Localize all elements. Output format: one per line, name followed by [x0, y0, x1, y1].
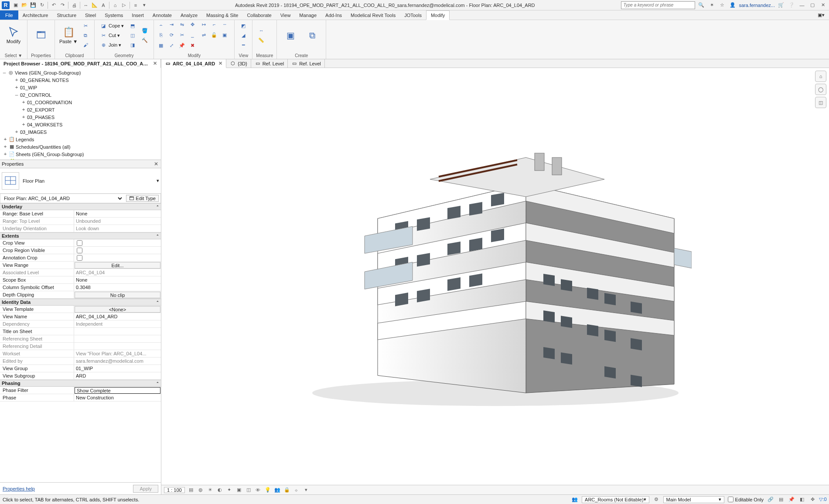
tab-jotools[interactable]: JOTools — [400, 10, 426, 20]
tree-root[interactable]: – ◎ Views (GEN_Group-Subgroup) — [2, 69, 159, 76]
select-face-icon[interactable]: ◧ — [798, 496, 805, 503]
project-browser-tree[interactable]: – ◎ Views (GEN_Group-Subgroup) +00_GENER… — [0, 68, 161, 160]
mirror-pick-icon[interactable]: ⇌ — [200, 31, 207, 38]
render-icon[interactable]: ✦ — [226, 487, 233, 494]
nav-cube-icon[interactable]: ◫ — [815, 97, 826, 108]
drag-elements-icon[interactable]: ✥ — [809, 496, 816, 503]
constraints-icon[interactable]: 🔒 — [283, 487, 290, 494]
prop-row[interactable]: Title on Sheet — [0, 328, 161, 335]
modify-tool-button[interactable]: Modify — [3, 21, 24, 50]
analytical-icon[interactable]: ⟐ — [293, 487, 300, 494]
nav-home-icon[interactable]: ⌂ — [815, 71, 826, 82]
prop-value[interactable] — [74, 328, 161, 335]
qat-home-icon[interactable]: ▣ — [12, 1, 20, 9]
split-icon[interactable]: ⎯ — [189, 31, 196, 38]
shadows-icon[interactable]: ◐ — [216, 487, 223, 494]
qat-3d-icon[interactable]: ⌂ — [111, 1, 119, 9]
rotate-icon[interactable]: ⟳ — [168, 31, 175, 38]
create-group-button[interactable]: ▣ — [280, 21, 300, 50]
instance-selector[interactable]: Floor Plan: ARC_04_L04_ARD — [2, 195, 123, 201]
close-icon[interactable]: ✕ — [819, 1, 827, 9]
dropdown-icon[interactable]: ▾ — [157, 178, 159, 184]
prop-row[interactable]: View Group01_WIP — [0, 365, 161, 372]
prop-value[interactable]: Independent — [74, 320, 161, 327]
tab-architecture[interactable]: Architecture — [18, 10, 53, 20]
expand-icon[interactable]: + — [21, 114, 26, 120]
group-icon[interactable]: ▣ — [221, 31, 228, 38]
prop-row[interactable]: Crop View — [0, 239, 161, 247]
prop-value[interactable]: Edit... — [75, 262, 160, 269]
properties-button[interactable]: 🗔 — [31, 21, 51, 50]
extend-icon[interactable]: ↦ — [200, 21, 207, 28]
prop-row[interactable]: Referencing Detail — [0, 343, 161, 350]
move-icon[interactable]: ✥ — [189, 21, 196, 28]
prop-group-header[interactable]: Phasing⌃ — [0, 380, 161, 387]
search-input[interactable] — [621, 1, 695, 9]
prop-value[interactable]: 0.3048 — [74, 284, 161, 291]
user-label[interactable]: sara.fernandez... — [739, 3, 775, 8]
qat-redo-icon[interactable]: ↷ — [58, 1, 66, 9]
help-icon[interactable]: ❔ — [788, 1, 795, 9]
tab-insert[interactable]: Insert — [127, 10, 148, 20]
create-similar-button[interactable]: ⧉ — [302, 21, 322, 50]
prop-group-header[interactable]: Extents⌃ — [0, 232, 161, 239]
qat-measure-icon[interactable]: ↔ — [82, 1, 90, 9]
aligned-dim-icon[interactable]: 📏 — [258, 37, 265, 44]
editable-only-toggle[interactable]: Editable Only — [728, 497, 764, 502]
prop-value[interactable] — [74, 254, 161, 261]
prop-row[interactable]: View Template<None> — [0, 306, 161, 313]
split-face-button[interactable]: ◨ — [127, 41, 138, 49]
prop-row[interactable]: Range: Base LevelNone — [0, 210, 161, 218]
tab-modelical-revit-tools[interactable]: Modelical Revit Tools — [346, 10, 400, 20]
hide-icon[interactable]: ◩ — [240, 22, 247, 29]
detail-level-icon[interactable]: ▤ — [188, 487, 194, 494]
tree-item[interactable]: +02_EXPORT — [2, 106, 159, 113]
splitgap-icon[interactable]: ┄ — [221, 21, 228, 28]
qat-undo-icon[interactable]: ↶ — [50, 1, 58, 9]
linework-icon[interactable]: ━ — [240, 41, 247, 48]
cut-geom-button[interactable]: ✂Cut ▾ — [98, 31, 126, 40]
tree-item[interactable]: +00_GENERAL NOTES — [2, 76, 159, 84]
tree-item[interactable]: +📄Sheets (GEN_Group-Subgroup) — [2, 150, 159, 158]
maximize-icon[interactable]: ▢ — [809, 1, 816, 9]
unpin-icon[interactable]: 🔓 — [211, 31, 218, 38]
fav-icon[interactable]: ☆ — [718, 1, 726, 9]
prop-group-header[interactable]: Underlay⌃ — [0, 203, 161, 210]
close-icon[interactable]: ✕ — [153, 161, 159, 167]
properties-table[interactable]: Underlay⌃Range: Base LevelNoneRange: Top… — [0, 203, 161, 482]
qat-align-icon[interactable]: 📐 — [91, 1, 99, 9]
tab-add-ins[interactable]: Add-Ins — [321, 10, 346, 20]
wall-join-button[interactable]: ⬒ — [127, 21, 138, 30]
reveal-hidden-icon[interactable]: 💡 — [264, 487, 271, 494]
prop-row[interactable]: WorksetView "Floor Plan: ARC_04_L04... — [0, 350, 161, 358]
prop-value[interactable]: Unbounded — [74, 218, 161, 225]
search-icon[interactable]: 🔍 — [697, 1, 705, 9]
prop-row[interactable]: Referencing Sheet — [0, 335, 161, 343]
tab-modify[interactable]: Modify — [426, 10, 450, 20]
expand-icon[interactable]: – — [14, 92, 19, 98]
tree-item[interactable]: –02_CONTROL — [2, 91, 159, 99]
prop-value[interactable]: Show Complete — [75, 387, 160, 394]
project-browser-tab[interactable]: Project Browser - 18194_OPE_MOD_PART_A21… — [0, 59, 161, 68]
crop-visible-icon[interactable]: ◫ — [245, 487, 252, 494]
cope-button[interactable]: ◪Cope ▾ — [98, 21, 126, 30]
close-icon[interactable]: ✕ — [153, 61, 157, 66]
expand-icon[interactable]: + — [14, 129, 19, 135]
checkbox[interactable] — [77, 255, 82, 261]
workset-icon[interactable]: 👥 — [571, 496, 578, 503]
override-icon[interactable]: ◢ — [240, 32, 247, 39]
expand-icon[interactable]: + — [21, 122, 26, 127]
prop-value[interactable]: ARD — [74, 372, 161, 379]
prop-value[interactable]: ARC_04_L04 — [74, 269, 161, 276]
view-tab[interactable]: ▭Ref. Level — [288, 59, 325, 68]
tab-manage[interactable]: Manage — [295, 10, 321, 20]
tree-item[interactable]: +01_WIP — [2, 84, 159, 91]
collapse-icon[interactable]: ⌃ — [156, 205, 159, 209]
select-pinned-icon[interactable]: 📌 — [788, 496, 795, 503]
view-tab[interactable]: ▭Ref. Level — [251, 59, 288, 68]
collapse-icon[interactable]: ⌃ — [156, 234, 159, 238]
qat-text-icon[interactable]: A — [99, 1, 107, 9]
filter-icon[interactable]: ▽:0 — [819, 496, 826, 503]
tab-collaborate[interactable]: Collaborate — [242, 10, 276, 20]
prop-row[interactable]: Associated LevelARC_04_L04 — [0, 269, 161, 276]
